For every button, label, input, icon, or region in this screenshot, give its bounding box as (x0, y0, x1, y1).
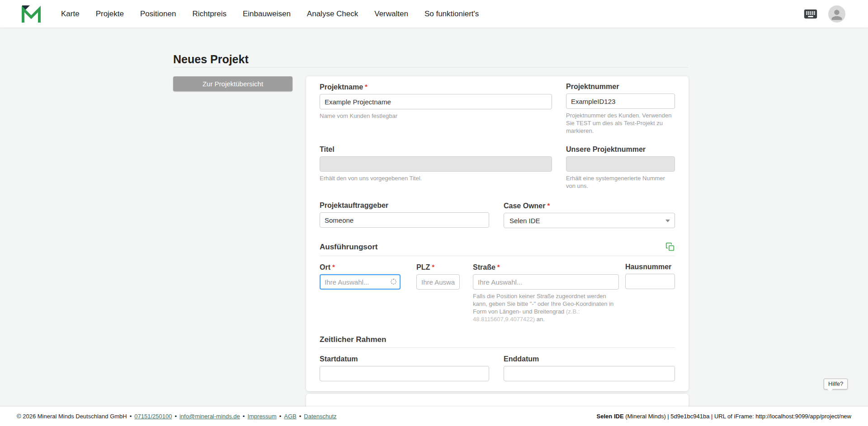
mineral-minds-logo[interactable] (21, 5, 41, 23)
nav-item-projekte[interactable]: Projekte (96, 9, 124, 19)
projektauftraggeber-label-text: Projektauftraggeber (320, 201, 388, 209)
field-projektauftraggeber: Projektauftraggeber (320, 201, 489, 228)
page-title: Neues Projekt (173, 53, 249, 66)
help-label: Hilfe? (828, 380, 843, 387)
strasse-label: Straße* (473, 262, 619, 272)
required-mark: * (332, 263, 335, 271)
nav-item-richtpreis[interactable]: Richtpreis (192, 9, 226, 19)
user-avatar[interactable] (828, 5, 845, 23)
titel-label: Titel (320, 145, 552, 154)
loading-spinner-icon (391, 279, 396, 285)
ort-label: Ort* (320, 262, 401, 272)
titel-label-text: Titel (320, 145, 335, 153)
projektnummer-helper: Projektnummer des Kunden. Verwenden Sie … (566, 112, 675, 135)
strasse-input[interactable] (473, 274, 619, 290)
enddatum-label-text: Enddatum (504, 355, 539, 363)
plz-label-text: PLZ (416, 263, 430, 271)
projektname-label: Projektname* (320, 82, 552, 92)
case-owner-select[interactable]: Selen IDE (504, 213, 675, 228)
keyboard-icon[interactable] (803, 6, 818, 22)
projektauftraggeber-label: Projektauftraggeber (320, 201, 489, 210)
enddatum-input[interactable] (504, 366, 675, 381)
footer-phone-link[interactable]: 07151/250100 (134, 413, 172, 420)
field-hausnummer: Hausnummer (625, 262, 675, 289)
case-owner-label-text: Case Owner (504, 202, 545, 210)
plz-label: PLZ* (416, 262, 460, 272)
nav-item-analyse-check[interactable]: Analyse Check (307, 9, 358, 19)
required-mark: * (432, 263, 434, 271)
case-owner-value: Selen IDE (509, 217, 540, 225)
projektname-input[interactable] (320, 94, 552, 109)
footer-user-name: Selen IDE (597, 413, 624, 420)
project-overview-button[interactable]: Zur Projektübersicht (173, 76, 292, 91)
unsere-projektnummer-label-text: Unsere Projektnummer (566, 145, 646, 153)
nav-item-verwalten[interactable]: Verwalten (374, 9, 408, 19)
titel-input (320, 156, 552, 172)
strasse-helper-suffix: an. (535, 316, 545, 323)
nav-item-einbauweisen[interactable]: Einbauweisen (243, 9, 291, 19)
strasse-helper: Falls die Position keiner Straße zugeord… (473, 292, 619, 323)
help-button[interactable]: Hilfe? (824, 379, 848, 389)
footer-agb-link[interactable]: AGB (284, 413, 296, 420)
footer-separator: • (299, 413, 302, 420)
footer-separator: • (279, 413, 282, 420)
field-strasse: Straße* Falls die Position keiner Straße… (473, 262, 619, 323)
chevron-down-icon (665, 220, 670, 222)
navbar-right (803, 5, 845, 23)
startdatum-input[interactable] (320, 366, 489, 381)
strasse-label-text: Straße (473, 263, 495, 271)
copy-icon[interactable] (665, 242, 675, 252)
enddatum-label: Enddatum (504, 355, 675, 364)
main-nav: Karte Projekte Positionen Richtpreis Ein… (61, 9, 479, 19)
case-owner-label: Case Owner* (504, 201, 675, 211)
field-enddatum: Enddatum (504, 355, 675, 381)
title-divider (173, 67, 688, 68)
section-zeitlicher-rahmen: Zeitlicher Rahmen (320, 335, 675, 348)
hausnummer-label: Hausnummer (625, 262, 675, 272)
field-plz: PLZ* (416, 262, 460, 290)
startdatum-label-text: Startdatum (320, 355, 358, 363)
footer-email-link[interactable]: info@mineral-minds.de (179, 413, 240, 420)
field-unsere-projektnummer: Unsere Projektnummer Erhält eine systemg… (566, 145, 675, 190)
project-form-card: Projektname* Name vom Kunden festlegbar … (306, 76, 689, 391)
nav-item-positionen[interactable]: Positionen (140, 9, 176, 19)
page-footer: © 2026 Mineral Minds Deutschland GmbH • … (0, 407, 868, 426)
plz-input[interactable] (416, 274, 460, 290)
field-startdatum: Startdatum (320, 355, 489, 381)
logo-graphic (21, 5, 41, 23)
nav-item-karte[interactable]: Karte (61, 9, 80, 19)
required-mark: * (547, 201, 550, 209)
projektnummer-label-text: Projektnummer (566, 83, 619, 90)
nav-item-so-funktionierts[interactable]: So funktioniert's (425, 9, 479, 19)
projektnummer-input[interactable] (566, 94, 675, 109)
footer-separator: • (243, 413, 245, 420)
projektname-helper: Name vom Kunden festlegbar (320, 112, 552, 120)
footer-info: © 2026 Mineral Minds Deutschland GmbH • … (17, 413, 337, 420)
ausfuehrungsort-title: Ausführungsort (320, 242, 377, 252)
ort-label-text: Ort (320, 263, 330, 271)
unsere-projektnummer-helper: Erhält eine systemgenerierte Nummer von … (566, 174, 675, 190)
field-projektnummer: Projektnummer Projektnummer des Kunden. … (566, 82, 675, 135)
person-icon (829, 7, 844, 23)
ort-input[interactable] (320, 274, 401, 290)
unsere-projektnummer-label: Unsere Projektnummer (566, 145, 675, 154)
field-case-owner: Case Owner* Selen IDE (504, 201, 675, 228)
unsere-projektnummer-input (566, 156, 675, 172)
field-titel: Titel Erhält den von uns vorgegebenen Ti… (320, 145, 552, 182)
footer-session-details: (Mineral Minds) | 5d9e1bc941ba | URL of … (624, 413, 851, 420)
hausnummer-input[interactable] (625, 274, 675, 289)
footer-impressum-link[interactable]: Impressum (247, 413, 276, 420)
required-mark: * (365, 83, 368, 90)
top-navbar: Karte Projekte Positionen Richtpreis Ein… (0, 0, 868, 28)
footer-copyright: © 2026 Mineral Minds Deutschland GmbH (17, 413, 127, 420)
footer-session-info: Selen IDE (Mineral Minds) | 5d9e1bc941ba… (597, 413, 851, 420)
projektauftraggeber-input[interactable] (320, 212, 489, 228)
zeitlicher-rahmen-title: Zeitlicher Rahmen (320, 335, 386, 344)
strasse-helper-main: Falls die Position keiner Straße zugeord… (473, 293, 613, 315)
field-projektname: Projektname* Name vom Kunden festlegbar (320, 82, 552, 120)
footer-datenschutz-link[interactable]: Datenschutz (304, 413, 336, 420)
field-ort: Ort* (320, 262, 401, 290)
required-mark: * (497, 263, 500, 271)
hausnummer-label-text: Hausnummer (625, 263, 671, 271)
titel-helper: Erhält den von uns vorgegebenen Titel. (320, 174, 552, 182)
